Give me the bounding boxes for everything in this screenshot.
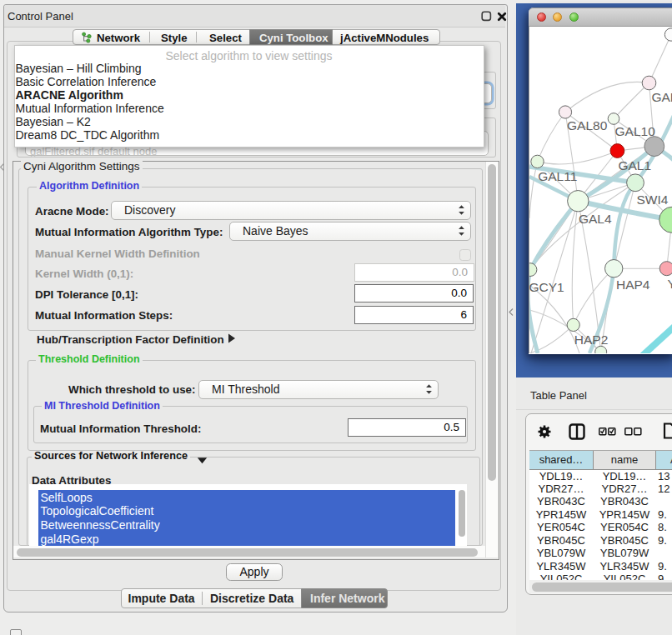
svg-text:GAL10: GAL10: [615, 124, 656, 138]
svg-text:GCY1: GCY1: [529, 280, 564, 294]
svg-text:GAL80: GAL80: [567, 118, 608, 132]
svg-text:Y: Y: [668, 276, 672, 290]
svg-text:GAL11: GAL11: [538, 169, 577, 183]
svg-text:HAP2: HAP2: [574, 332, 609, 347]
svg-text:SWI4: SWI4: [637, 192, 669, 206]
svg-text:HAP4: HAP4: [616, 278, 650, 292]
svg-text:GAL4: GAL4: [579, 212, 612, 226]
svg-text:GAL: GAL: [651, 90, 672, 104]
svg-text:GAL1: GAL1: [618, 158, 651, 172]
